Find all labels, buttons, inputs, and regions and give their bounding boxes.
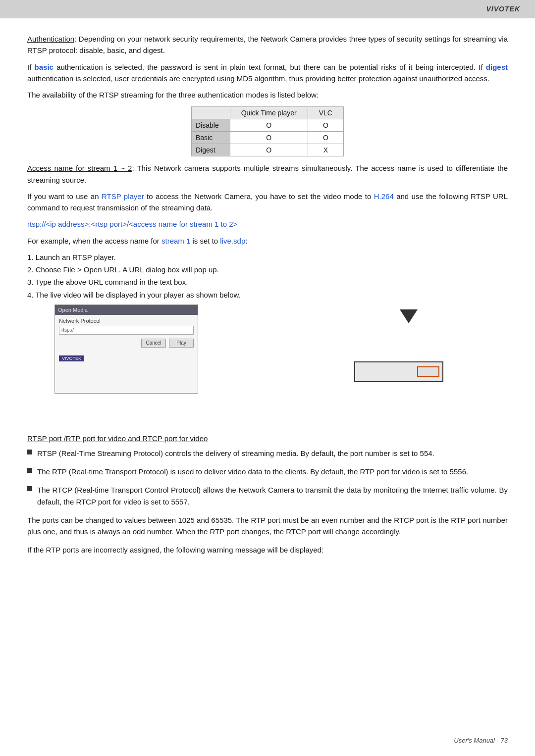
brand-name: VIVOTEK xyxy=(486,5,520,13)
page-info: User's Manual - 73 xyxy=(454,737,508,744)
page-footer: User's Manual - 73 xyxy=(454,737,508,744)
auth-para2-suffix: authentication is selected, user credent… xyxy=(27,74,489,83)
vlc-body: Network Protocol rtsp:// Cancel Play VIV… xyxy=(55,315,198,364)
access-para3-prefix: For example, when the access name for xyxy=(27,237,161,245)
bullet-item-rtsp: RTSP (Real-Time Streaming Protocol) cont… xyxy=(27,448,508,459)
main-content: Authentication: Depending on your networ… xyxy=(0,18,535,581)
table-cell-basic-qt: O xyxy=(230,132,308,144)
steps-list: 1. Launch an RTSP player. 2. Choose File… xyxy=(27,252,508,301)
access-para2: If you want to use an RTSP player to acc… xyxy=(27,191,508,214)
rtsp-para1: The ports can be changed to values betwe… xyxy=(27,514,508,538)
rtsp-para2: If the RTP ports are incorrectly assigne… xyxy=(27,544,508,555)
step-1: 1. Launch an RTSP player. xyxy=(27,252,508,263)
bullet-rtcp-text: The RTCP (Real-time Transport Control Pr… xyxy=(37,484,508,507)
vlc-url-text: rtsp:// xyxy=(61,327,74,333)
step-4: 4. The live video will be displayed in y… xyxy=(27,289,508,301)
access-heading: Access name for stream 1 ~ 2 xyxy=(27,164,132,172)
auth-heading: Authentication xyxy=(27,35,74,43)
table-header-vlc: VLC xyxy=(308,107,343,119)
access-para2-mid: to access the Network Camera, you have t… xyxy=(144,192,374,201)
vlc-cancel-btn: Cancel xyxy=(141,339,166,348)
table-cell-digest-qt: O xyxy=(230,144,308,156)
table-cell-basic-label: Basic xyxy=(192,132,230,144)
auth-para1-text: : Depending on your network security req… xyxy=(27,35,508,54)
table-cell-digest-vlc: X xyxy=(308,144,343,156)
dialog-orange-button xyxy=(417,366,439,377)
vlc-titlebar: Open Media xyxy=(55,305,198,315)
table-header-empty xyxy=(192,107,230,119)
h264-link: H.264 xyxy=(374,192,394,201)
access-para3-mid: is set to xyxy=(190,237,220,245)
table-row-basic: Basic O O xyxy=(192,132,344,144)
bullet-square-2 xyxy=(27,468,32,473)
table-cell-disable-qt: O xyxy=(230,119,308,132)
header-bar: VIVOTEK xyxy=(0,0,535,18)
rtsp-player-link: RTSP player xyxy=(102,192,144,201)
auth-digest-link: digest xyxy=(486,63,508,71)
rtsp-url-line: rtsp://<ip address>:<rtsp port>/<access … xyxy=(27,218,508,230)
vlc-mock-label-area: VIVOTEK xyxy=(59,353,194,361)
step-3: 3. Type the above URL command in the tex… xyxy=(27,276,508,288)
step-2: 2. Choose File > Open URL. A URL dialog … xyxy=(27,264,508,275)
vlc-label1: Network Protocol xyxy=(59,318,194,324)
table-row-digest: Digest O X xyxy=(192,144,344,156)
access-para2-prefix: If you want to use an xyxy=(27,192,102,201)
access-para1: Access name for stream 1 ~ 2: This Netwo… xyxy=(27,162,508,186)
table-cell-digest-label: Digest xyxy=(192,144,230,156)
vlc-title-text: Open Media xyxy=(58,307,88,313)
auth-para2-prefix: If xyxy=(27,63,35,71)
vlc-screenshot-mock: Open Media Network Protocol rtsp:// Canc… xyxy=(54,304,198,394)
vlc-url-bar: rtsp:// xyxy=(59,326,194,335)
auth-para2: If basic authentication is selected, the… xyxy=(27,61,508,85)
vlc-play-btn: Play xyxy=(169,339,194,348)
auth-table-container: Quick Time player VLC Disable O O Basic … xyxy=(27,106,508,156)
auth-table: Quick Time player VLC Disable O O Basic … xyxy=(191,106,344,156)
auth-basic-link: basic xyxy=(35,63,54,71)
bullet-item-rtcp: The RTCP (Real-time Transport Control Pr… xyxy=(27,484,508,507)
rtsp-section-heading: RTSP port /RTP port for video and RTCP p… xyxy=(27,434,508,443)
bullet-rtp-text: The RTP (Real-time Transport Protocol) i… xyxy=(37,466,468,477)
rtsp-url-text: rtsp://<ip address>:<rtsp port>/<access … xyxy=(27,220,237,228)
arrow-head xyxy=(400,309,418,323)
auth-para3: The availability of the RTSP streaming f… xyxy=(27,89,508,101)
rtsp-bullet-list: RTSP (Real-Time Streaming Protocol) cont… xyxy=(27,448,508,507)
table-cell-basic-vlc: O xyxy=(308,132,343,144)
auth-para2-mid: authentication is selected, the password… xyxy=(54,63,486,71)
bullet-square-1 xyxy=(27,450,32,454)
vlc-vivotek-label: VIVOTEK xyxy=(59,355,84,361)
bullet-square-3 xyxy=(27,486,32,491)
table-header-quicktime: Quick Time player xyxy=(230,107,308,119)
bullet-rtsp-text: RTSP (Real-Time Streaming Protocol) cont… xyxy=(37,448,434,459)
table-cell-disable-label: Disable xyxy=(192,119,230,132)
stream1-link: stream 1 xyxy=(161,237,190,245)
access-para3-suffix: : xyxy=(245,237,247,245)
table-row-disable: Disable O O xyxy=(192,119,344,132)
illustration-area: Open Media Network Protocol rtsp:// Canc… xyxy=(27,304,508,418)
rtsp-heading-text: RTSP port /RTP port for video and RTCP p… xyxy=(27,434,208,443)
access-para3: For example, when the access name for st… xyxy=(27,235,508,247)
table-cell-disable-vlc: O xyxy=(308,119,343,132)
bullet-item-rtp: The RTP (Real-time Transport Protocol) i… xyxy=(27,466,508,477)
live-sdp-link: live.sdp xyxy=(220,237,245,245)
auth-para1: Authentication: Depending on your networ… xyxy=(27,33,508,56)
dialog-mock xyxy=(354,361,443,382)
